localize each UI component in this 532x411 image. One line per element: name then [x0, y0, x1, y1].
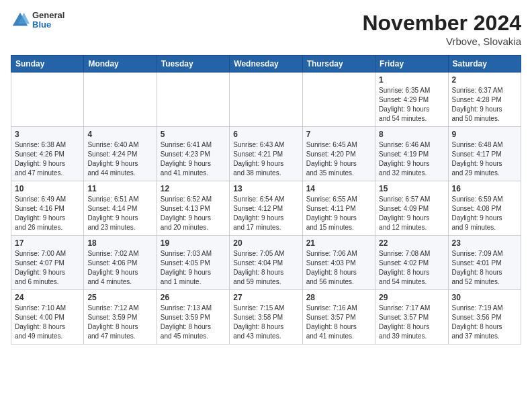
calendar-header: SundayMondayTuesdayWednesdayThursdayFrid… — [11, 56, 521, 73]
day-number: 5 — [161, 130, 226, 139]
calendar-cell: 16Sunrise: 6:59 AM Sunset: 4:08 PM Dayli… — [448, 181, 521, 236]
calendar-cell: 15Sunrise: 6:57 AM Sunset: 4:09 PM Dayli… — [375, 181, 448, 236]
day-info: Sunrise: 7:16 AM Sunset: 3:57 PM Dayligh… — [306, 304, 371, 341]
weekday-header-tuesday: Tuesday — [157, 56, 229, 73]
calendar-cell: 21Sunrise: 7:06 AM Sunset: 4:03 PM Dayli… — [302, 236, 375, 290]
day-info: Sunrise: 6:54 AM Sunset: 4:12 PM Dayligh… — [233, 195, 298, 232]
day-info: Sunrise: 6:57 AM Sunset: 4:09 PM Dayligh… — [379, 195, 444, 232]
day-number: 25 — [87, 293, 152, 302]
day-info: Sunrise: 7:12 AM Sunset: 3:59 PM Dayligh… — [87, 304, 152, 341]
day-number: 4 — [87, 130, 152, 139]
weekday-header-saturday: Saturday — [448, 56, 521, 73]
day-number: 18 — [87, 238, 152, 248]
day-number: 19 — [161, 238, 226, 248]
calendar-cell: 20Sunrise: 7:05 AM Sunset: 4:04 PM Dayli… — [230, 236, 302, 290]
calendar-cell: 6Sunrise: 6:43 AM Sunset: 4:21 PM Daylig… — [230, 127, 302, 181]
day-info: Sunrise: 6:55 AM Sunset: 4:11 PM Dayligh… — [306, 195, 371, 232]
day-number: 24 — [15, 293, 80, 302]
calendar-cell: 23Sunrise: 7:09 AM Sunset: 4:01 PM Dayli… — [448, 236, 521, 290]
calendar-cell: 2Sunrise: 6:37 AM Sunset: 4:28 PM Daylig… — [448, 73, 521, 127]
calendar-cell — [84, 73, 157, 127]
day-number: 11 — [87, 184, 152, 193]
day-number: 30 — [452, 293, 517, 302]
day-info: Sunrise: 6:40 AM Sunset: 4:24 PM Dayligh… — [87, 140, 152, 178]
location: Vrbove, Slovakia — [362, 36, 521, 47]
day-number: 16 — [452, 184, 517, 193]
day-number: 26 — [161, 293, 226, 302]
day-info: Sunrise: 7:15 AM Sunset: 3:58 PM Dayligh… — [233, 304, 298, 341]
calendar-cell: 25Sunrise: 7:12 AM Sunset: 3:59 PM Dayli… — [84, 290, 157, 345]
calendar-cell: 3Sunrise: 6:38 AM Sunset: 4:26 PM Daylig… — [11, 127, 84, 181]
day-info: Sunrise: 7:13 AM Sunset: 3:59 PM Dayligh… — [161, 304, 226, 341]
day-info: Sunrise: 7:09 AM Sunset: 4:01 PM Dayligh… — [452, 249, 517, 287]
calendar-cell: 30Sunrise: 7:19 AM Sunset: 3:56 PM Dayli… — [448, 290, 521, 345]
day-number: 28 — [306, 293, 371, 302]
day-info: Sunrise: 6:45 AM Sunset: 4:20 PM Dayligh… — [306, 140, 371, 178]
day-number: 1 — [379, 75, 444, 85]
day-number: 8 — [379, 130, 444, 139]
calendar-cell: 11Sunrise: 6:51 AM Sunset: 4:14 PM Dayli… — [84, 181, 157, 236]
weekday-header-friday: Friday — [375, 56, 448, 73]
day-info: Sunrise: 6:51 AM Sunset: 4:14 PM Dayligh… — [87, 195, 152, 232]
day-info: Sunrise: 7:17 AM Sunset: 3:57 PM Dayligh… — [379, 304, 444, 341]
day-info: Sunrise: 6:59 AM Sunset: 4:08 PM Dayligh… — [452, 195, 517, 232]
calendar-cell: 7Sunrise: 6:45 AM Sunset: 4:20 PM Daylig… — [302, 127, 375, 181]
month-title: November 2024 — [362, 11, 521, 36]
logo-text: General Blue — [32, 11, 64, 30]
weekday-header-thursday: Thursday — [302, 56, 375, 73]
calendar-cell: 8Sunrise: 6:46 AM Sunset: 4:19 PM Daylig… — [375, 127, 448, 181]
day-info: Sunrise: 7:05 AM Sunset: 4:04 PM Dayligh… — [233, 249, 298, 287]
day-number: 7 — [306, 130, 371, 139]
day-number: 29 — [379, 293, 444, 302]
day-info: Sunrise: 7:10 AM Sunset: 4:00 PM Dayligh… — [15, 304, 80, 341]
weekday-header-wednesday: Wednesday — [230, 56, 302, 73]
logo-blue: Blue — [32, 20, 64, 30]
calendar-cell: 18Sunrise: 7:02 AM Sunset: 4:06 PM Dayli… — [84, 236, 157, 290]
calendar-week-5: 24Sunrise: 7:10 AM Sunset: 4:00 PM Dayli… — [11, 290, 521, 345]
calendar-cell: 24Sunrise: 7:10 AM Sunset: 4:00 PM Dayli… — [11, 290, 84, 345]
calendar-cell: 4Sunrise: 6:40 AM Sunset: 4:24 PM Daylig… — [84, 127, 157, 181]
calendar-body: 1Sunrise: 6:35 AM Sunset: 4:29 PM Daylig… — [11, 73, 521, 345]
weekday-header-row: SundayMondayTuesdayWednesdayThursdayFrid… — [11, 56, 521, 73]
day-info: Sunrise: 7:03 AM Sunset: 4:05 PM Dayligh… — [161, 249, 226, 287]
day-number: 3 — [15, 130, 80, 139]
day-info: Sunrise: 7:08 AM Sunset: 4:02 PM Dayligh… — [379, 249, 444, 287]
logo-icon — [11, 11, 30, 30]
day-number: 21 — [306, 238, 371, 248]
day-info: Sunrise: 6:38 AM Sunset: 4:26 PM Dayligh… — [15, 140, 80, 178]
day-number: 2 — [452, 75, 517, 85]
day-info: Sunrise: 6:49 AM Sunset: 4:16 PM Dayligh… — [15, 195, 80, 232]
day-info: Sunrise: 6:41 AM Sunset: 4:23 PM Dayligh… — [161, 140, 226, 178]
calendar-cell: 17Sunrise: 7:00 AM Sunset: 4:07 PM Dayli… — [11, 236, 84, 290]
calendar-cell: 22Sunrise: 7:08 AM Sunset: 4:02 PM Dayli… — [375, 236, 448, 290]
day-info: Sunrise: 7:06 AM Sunset: 4:03 PM Dayligh… — [306, 249, 371, 287]
page-header: General Blue November 2024 Vrbove, Slova… — [11, 11, 521, 47]
day-number: 10 — [15, 184, 80, 193]
calendar-cell: 19Sunrise: 7:03 AM Sunset: 4:05 PM Dayli… — [157, 236, 229, 290]
day-info: Sunrise: 7:19 AM Sunset: 3:56 PM Dayligh… — [452, 304, 517, 341]
calendar-cell: 12Sunrise: 6:52 AM Sunset: 4:13 PM Dayli… — [157, 181, 229, 236]
day-number: 6 — [233, 130, 298, 139]
title-block: November 2024 Vrbove, Slovakia — [362, 11, 521, 47]
day-number: 22 — [379, 238, 444, 248]
logo: General Blue — [11, 11, 64, 30]
calendar-cell: 27Sunrise: 7:15 AM Sunset: 3:58 PM Dayli… — [230, 290, 302, 345]
day-number: 23 — [452, 238, 517, 248]
day-number: 14 — [306, 184, 371, 193]
day-info: Sunrise: 6:37 AM Sunset: 4:28 PM Dayligh… — [452, 86, 517, 124]
calendar-cell — [302, 73, 375, 127]
day-number: 27 — [233, 293, 298, 302]
day-info: Sunrise: 6:52 AM Sunset: 4:13 PM Dayligh… — [161, 195, 226, 232]
day-info: Sunrise: 7:00 AM Sunset: 4:07 PM Dayligh… — [15, 249, 80, 287]
calendar-cell: 26Sunrise: 7:13 AM Sunset: 3:59 PM Dayli… — [157, 290, 229, 345]
calendar-cell: 13Sunrise: 6:54 AM Sunset: 4:12 PM Dayli… — [230, 181, 302, 236]
logo-general: General — [32, 11, 64, 20]
calendar-cell — [11, 73, 84, 127]
calendar-week-3: 10Sunrise: 6:49 AM Sunset: 4:16 PM Dayli… — [11, 181, 521, 236]
day-info: Sunrise: 6:43 AM Sunset: 4:21 PM Dayligh… — [233, 140, 298, 178]
day-number: 13 — [233, 184, 298, 193]
calendar-cell: 1Sunrise: 6:35 AM Sunset: 4:29 PM Daylig… — [375, 73, 448, 127]
calendar-cell: 5Sunrise: 6:41 AM Sunset: 4:23 PM Daylig… — [157, 127, 229, 181]
calendar-cell — [157, 73, 229, 127]
day-info: Sunrise: 7:02 AM Sunset: 4:06 PM Dayligh… — [87, 249, 152, 287]
